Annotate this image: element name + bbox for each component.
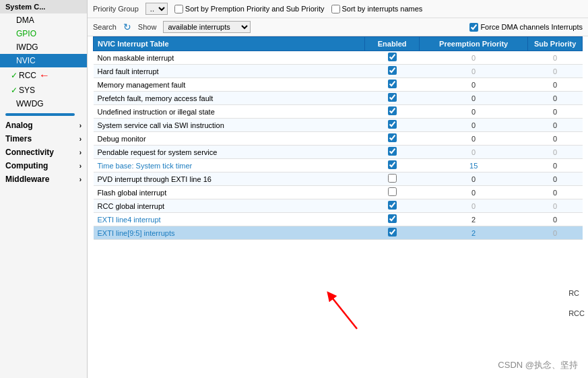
interrupt-name-cell: System service call via SWI instruction — [94, 119, 365, 132]
sidebar-item-rcc[interactable]: ✓ RCC ← — [0, 67, 87, 84]
preemption-cell: 0 — [420, 132, 528, 146]
preemption-cell: 0 — [420, 78, 528, 92]
interrupt-name-cell: RCC global interrupt — [94, 199, 365, 213]
sidebar-group-timers[interactable]: Timers › — [0, 132, 87, 146]
enabled-cell[interactable] — [365, 92, 420, 105]
sidebar-item-nvic[interactable]: NVIC — [0, 54, 87, 67]
preemption-cell: 0 — [420, 146, 528, 159]
enabled-checkbox[interactable] — [388, 214, 397, 223]
enabled-checkbox[interactable] — [388, 201, 397, 210]
sort-preemption-checkbox[interactable] — [174, 5, 183, 13]
table-row[interactable]: Hard fault interrupt00 — [94, 65, 583, 78]
toolbar-row2: Search ↻ Show available interrupts all i… — [88, 18, 588, 36]
force-dma-label[interactable]: Force DMA channels Interrupts — [469, 23, 583, 32]
table-row[interactable]: Prefetch fault, memory access fault00 — [94, 92, 583, 105]
table-row[interactable]: Flash global interrupt00 — [94, 186, 583, 199]
sidebar-group-analog[interactable]: Analog › — [0, 119, 87, 132]
table-row[interactable]: EXTI line[9:5] interrupts20 — [94, 226, 583, 240]
rc-labels: RC RCC — [568, 289, 585, 317]
interrupt-name-cell: Flash global interrupt — [94, 186, 365, 199]
interrupt-name-cell: Debug monitor — [94, 132, 365, 146]
interrupt-name-cell: PVD interrupt through EXTI line 16 — [94, 172, 365, 186]
table-row[interactable]: PVD interrupt through EXTI line 1600 — [94, 172, 583, 186]
enabled-cell[interactable] — [365, 105, 420, 119]
sidebar-item-gpio[interactable]: GPIO — [0, 27, 87, 40]
chevron-right-icon: › — [79, 149, 81, 156]
enabled-checkbox[interactable] — [388, 106, 397, 115]
sidebar: System C... DMA GPIO IWDG NVIC ✓ RCC ← ✓… — [0, 0, 88, 378]
sort-preemption-checkbox-label[interactable]: Sort by Premption Priority and Sub Prior… — [174, 5, 325, 13]
table-row[interactable]: Time base: System tick timer150 — [94, 159, 583, 172]
enabled-cell[interactable] — [365, 51, 420, 65]
table-body: Non maskable interrupt00Hard fault inter… — [94, 51, 583, 240]
sub-priority-cell: 0 — [528, 159, 583, 172]
preemption-cell: 0 — [420, 51, 528, 65]
show-label: Show — [138, 23, 157, 31]
rc-label-2: RCC — [568, 309, 585, 317]
sub-priority-cell: 0 — [528, 92, 583, 105]
show-select[interactable]: available interrupts all interrupts enab… — [163, 21, 251, 33]
sort-interrupts-checkbox-label[interactable]: Sort by interrupts names — [331, 5, 423, 13]
interrupt-name-cell: Undefined instruction or illegal state — [94, 105, 365, 119]
enabled-cell[interactable] — [365, 159, 420, 172]
enabled-checkbox[interactable] — [388, 187, 397, 196]
sub-priority-cell: 0 — [528, 146, 583, 159]
rc-label-1: RC — [568, 289, 585, 297]
refresh-icon[interactable]: ↻ — [123, 22, 131, 32]
table-row[interactable]: Debug monitor00 — [94, 132, 583, 146]
enabled-cell[interactable] — [365, 172, 420, 186]
sidebar-title[interactable]: System C... — [0, 0, 87, 13]
sub-priority-cell: 0 — [528, 199, 583, 213]
enabled-checkbox[interactable] — [388, 174, 397, 183]
table-row[interactable]: System service call via SWI instruction0… — [94, 119, 583, 132]
sidebar-item-iwdg[interactable]: IWDG — [0, 40, 87, 54]
preemption-cell: 0 — [420, 105, 528, 119]
force-dma-checkbox[interactable] — [469, 23, 478, 32]
enabled-checkbox[interactable] — [388, 147, 397, 156]
enabled-checkbox[interactable] — [388, 80, 397, 88]
nvic-table: NVIC Interrupt Table Enabled Preemption … — [93, 36, 583, 240]
preemption-cell: 0 — [420, 172, 528, 186]
sidebar-item-dma[interactable]: DMA — [0, 13, 87, 27]
enabled-cell[interactable] — [365, 213, 420, 226]
table-header: NVIC Interrupt Table Enabled Preemption … — [94, 37, 583, 51]
enabled-checkbox[interactable] — [388, 66, 397, 75]
sub-priority-cell: 0 — [528, 51, 583, 65]
enabled-cell[interactable] — [365, 226, 420, 240]
table-row[interactable]: Non maskable interrupt00 — [94, 51, 583, 65]
sidebar-item-sys[interactable]: ✓ SYS — [0, 84, 87, 97]
enabled-checkbox[interactable] — [388, 120, 397, 129]
sidebar-group-middleware[interactable]: Middleware › — [0, 172, 87, 186]
table-row[interactable]: RCC global interrupt00 — [94, 199, 583, 213]
interrupt-name-cell: EXTI line[9:5] interrupts — [94, 226, 365, 240]
chevron-right-icon: › — [79, 135, 81, 143]
table-row[interactable]: Undefined instruction or illegal state00 — [94, 105, 583, 119]
sub-priority-cell: 0 — [528, 65, 583, 78]
table-row[interactable]: EXTI line4 interrupt20 — [94, 213, 583, 226]
sidebar-item-wwdg[interactable]: WWDG — [0, 97, 87, 111]
preemption-cell: 2 — [420, 213, 528, 226]
enabled-cell[interactable] — [365, 146, 420, 159]
rcc-arrow: ← — [39, 69, 50, 82]
sidebar-group-connectivity[interactable]: Connectivity › — [0, 146, 87, 159]
preemption-cell: 2 — [420, 226, 528, 240]
enabled-cell[interactable] — [365, 132, 420, 146]
preemption-cell: 0 — [420, 65, 528, 78]
enabled-cell[interactable] — [365, 199, 420, 213]
enabled-checkbox[interactable] — [388, 228, 397, 237]
sidebar-group-computing[interactable]: Computing › — [0, 159, 87, 172]
table-row[interactable]: Pendable request for system service00 — [94, 146, 583, 159]
enabled-cell[interactable] — [365, 119, 420, 132]
enabled-cell[interactable] — [365, 65, 420, 78]
enabled-checkbox[interactable] — [388, 133, 397, 142]
chevron-right-icon: › — [79, 176, 81, 183]
enabled-checkbox[interactable] — [388, 53, 397, 61]
interrupt-name-cell: Non maskable interrupt — [94, 51, 365, 65]
enabled-checkbox[interactable] — [388, 160, 397, 169]
priority-group-select[interactable]: .. — [145, 3, 168, 15]
enabled-checkbox[interactable] — [388, 93, 397, 102]
enabled-cell[interactable] — [365, 186, 420, 199]
table-row[interactable]: Memory management fault00 — [94, 78, 583, 92]
sort-interrupts-checkbox[interactable] — [331, 5, 340, 13]
enabled-cell[interactable] — [365, 78, 420, 92]
